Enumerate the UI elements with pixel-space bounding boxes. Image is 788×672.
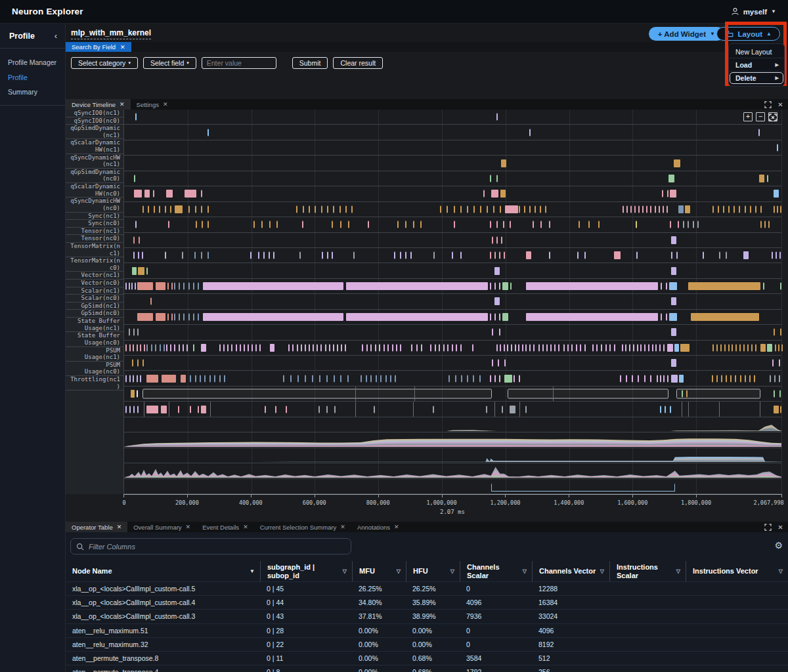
timeline-event[interactable] [549,221,550,228]
timeline-event[interactable] [129,344,131,351]
timeline-event[interactable] [283,375,284,382]
timeline-event[interactable] [198,313,199,320]
timeline-event[interactable] [652,344,653,351]
timeline-event[interactable] [638,375,639,382]
timeline-event[interactable] [778,344,779,351]
select-category-dropdown[interactable]: Select category ▾ [71,57,138,69]
timeline-event[interactable] [636,252,638,259]
timeline-event[interactable] [770,375,771,382]
timeline-event[interactable] [183,283,185,290]
timeline-event[interactable] [671,297,676,305]
timeline-event[interactable] [188,205,190,213]
timeline-event[interactable] [164,344,165,351]
timeline-event[interactable] [347,375,349,382]
track-lane-vector-nc0[interactable] [124,341,781,356]
timeline-event[interactable] [667,205,668,213]
track-lane-qsyncio0-nc1[interactable] [124,110,781,125]
timeline-event[interactable] [454,205,455,213]
timeline-event[interactable] [650,375,651,382]
track-lane-qsyncdynamichw-nc1[interactable] [124,171,781,186]
timeline-event[interactable] [134,175,135,182]
close-panel-icon[interactable]: ✕ [777,101,784,108]
timeline-event[interactable] [135,283,136,290]
timeline-event[interactable] [496,221,498,228]
timeline-event[interactable] [269,252,270,259]
timeline-event[interactable] [413,402,414,416]
timeline-event[interactable] [688,221,689,228]
table-row[interactable]: aten__permute_transpose.80 | 110.00%0.68… [66,651,788,665]
timeline-event[interactable] [138,252,139,259]
timeline-event[interactable] [584,344,586,351]
timeline-event[interactable] [674,344,679,352]
timeline-event[interactable] [519,205,520,213]
layout-button[interactable]: Layout ▲ [716,27,780,41]
timeline-event[interactable] [542,344,544,351]
timeline-event[interactable] [526,251,531,259]
timeline-event[interactable] [231,344,232,351]
column-header-instructions-vector[interactable]: Instructions Vector▽ [686,561,788,581]
timeline-event[interactable] [712,344,714,351]
timeline-event[interactable] [240,344,241,351]
timeline-event[interactable] [716,344,718,351]
timeline-event[interactable] [661,283,662,290]
tab-annotations[interactable]: Annotations✕ [351,522,405,532]
filter-icon[interactable]: ▽ [600,568,604,574]
timeline-event[interactable] [137,344,138,351]
timeline-event[interactable] [460,205,462,213]
timeline-event[interactable] [526,282,658,290]
timeline-event[interactable] [473,205,475,213]
timeline-event[interactable] [454,221,455,228]
timeline-event[interactable] [620,375,621,382]
timeline-event[interactable] [667,344,673,352]
timeline-event[interactable] [125,344,127,351]
timeline-event[interactable] [774,190,779,198]
timeline-event[interactable] [750,205,751,213]
timeline-event[interactable] [208,252,209,259]
timeline-event[interactable] [129,406,131,413]
timeline-event[interactable] [461,375,462,382]
timeline-event[interactable] [775,344,776,351]
timeline-event[interactable] [447,344,449,351]
table-row[interactable]: xla__op_<locals>CallImpl_custom-call.50 … [66,581,788,595]
timeline-event[interactable] [760,402,760,416]
timeline-event[interactable] [494,252,496,259]
sidebar-item-profile[interactable]: Profile [0,70,65,85]
timeline-event[interactable] [669,282,677,290]
timeline-event[interactable] [219,344,221,351]
timeline-event[interactable] [140,344,141,351]
track-lane-tensor-nc1[interactable] [124,263,781,278]
timeline-event[interactable] [165,252,166,259]
timeline-event[interactable] [774,406,779,413]
timeline-event[interactable] [657,375,658,382]
timeline-event[interactable] [514,375,515,382]
filter-icon[interactable]: ▽ [343,568,347,574]
timeline-event[interactable] [758,129,760,136]
gear-icon[interactable]: ⚙ [774,540,783,551]
timeline-event[interactable] [400,344,401,351]
timeline-event[interactable] [460,252,462,259]
timeline-event[interactable] [154,205,155,213]
timeline-event[interactable] [724,344,726,351]
timeline-event[interactable] [244,344,245,351]
timeline-event[interactable] [171,313,173,320]
timeline-event[interactable] [726,252,727,259]
timeline-event[interactable] [502,282,508,290]
timeline-event[interactable] [630,205,632,213]
timeline-event[interactable] [767,175,768,182]
timeline-event[interactable] [201,252,202,259]
zoom-in-button[interactable]: + [743,112,753,121]
timeline-event[interactable] [601,344,602,351]
timeline-event[interactable] [479,375,481,382]
timeline-event[interactable] [740,375,741,382]
timeline-event[interactable] [255,344,257,351]
timeline-event[interactable] [452,344,453,351]
timeline-event[interactable] [626,375,627,382]
timeline-event[interactable] [518,344,519,351]
timeline-event[interactable] [125,406,127,413]
timeline-event[interactable] [605,344,607,351]
timeline-event[interactable] [179,344,180,351]
timeline-event[interactable] [576,344,577,351]
timeline-event[interactable] [348,221,349,228]
timeline-event[interactable] [671,267,676,275]
timeline-event[interactable] [146,344,148,351]
